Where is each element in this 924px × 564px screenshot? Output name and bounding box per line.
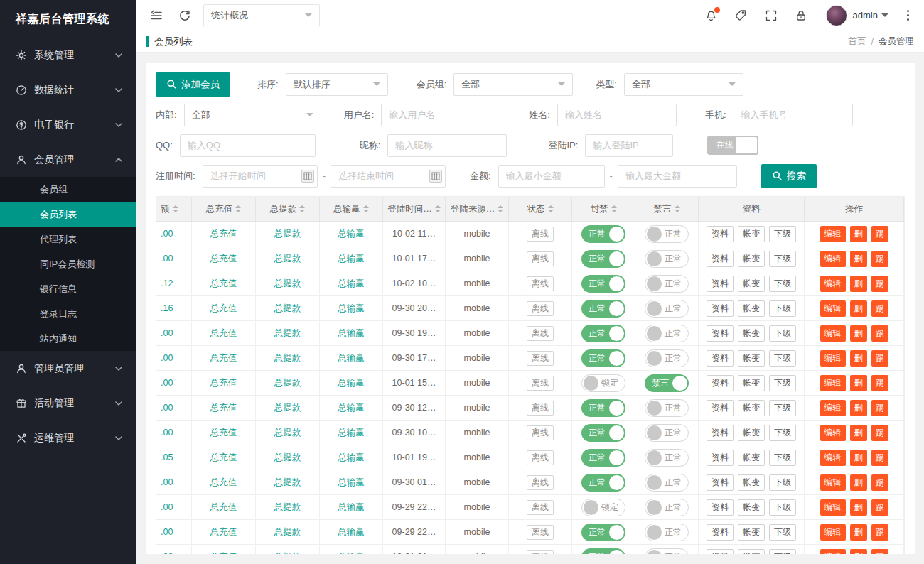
winlose-link[interactable]: 总输赢 [338,377,365,389]
mute-toggle[interactable]: 正常 [645,474,689,492]
subordinate-button[interactable]: 下级 [769,251,796,267]
mute-toggle[interactable]: 正常 [645,499,689,516]
calendar-icon[interactable] [429,170,442,183]
subordinate-button[interactable]: 下级 [769,300,796,317]
kick-button[interactable]: 踢 [871,300,888,317]
ban-toggle[interactable]: 正常 [581,325,625,342]
mute-toggle[interactable]: 正常 [645,250,689,268]
fullscreen-icon[interactable] [762,6,780,25]
profile-button[interactable]: 资料 [707,425,734,441]
recharge-link[interactable]: 总充值 [210,501,237,514]
sort-icon[interactable] [235,202,241,215]
account-change-button[interactable]: 帐变 [738,450,765,466]
withdraw-link[interactable]: 总提款 [274,278,301,290]
profile-button[interactable]: 资料 [707,400,734,416]
account-change-button[interactable]: 帐变 [738,251,765,267]
sort-icon[interactable] [675,202,680,215]
ban-toggle[interactable]: 正常 [581,225,625,243]
qq-input[interactable] [180,134,316,157]
profile-button[interactable]: 资料 [707,450,734,466]
sidebar-subitem-same-ip[interactable]: 同IP会员检测 [0,251,136,276]
delete-button[interactable]: 删 [850,375,867,391]
withdraw-link[interactable]: 总提款 [274,303,301,315]
internal-select[interactable]: 全部 [184,104,321,126]
ban-toggle[interactable]: 正常 [581,449,625,467]
recharge-link[interactable]: 总充值 [210,303,237,315]
winlose-link[interactable]: 总输赢 [338,402,365,414]
end-date-input[interactable] [331,165,446,188]
edit-button[interactable]: 编辑 [820,524,846,541]
account-change-button[interactable]: 帐变 [738,425,765,441]
recharge-link[interactable]: 总充值 [210,377,237,389]
withdraw-link[interactable]: 总提款 [274,327,301,340]
winlose-link[interactable]: 总输赢 [338,228,365,240]
profile-button[interactable]: 资料 [707,375,734,391]
sidebar-item-members[interactable]: 会员管理 [0,142,136,177]
ban-toggle[interactable]: 正常 [581,424,625,442]
edit-button[interactable]: 编辑 [820,300,846,317]
start-date-input[interactable] [203,165,318,188]
account-change-button[interactable]: 帐变 [738,400,765,416]
mute-toggle[interactable]: 正常 [645,225,689,243]
online-filter-toggle[interactable]: 在线 [707,136,758,155]
min-amount-input[interactable] [498,165,605,188]
recharge-link[interactable]: 总充值 [210,526,237,538]
sort-select[interactable]: 默认排序 [286,73,388,96]
sidebar-subitem-site-notice[interactable]: 站内通知 [0,326,136,351]
realname-input[interactable] [557,104,677,126]
nickname-input[interactable] [387,134,507,157]
recharge-link[interactable]: 总充值 [210,228,237,240]
sort-icon[interactable] [299,202,305,215]
delete-button[interactable]: 删 [850,549,867,555]
kick-button[interactable]: 踢 [871,524,888,541]
account-change-button[interactable]: 帐变 [738,300,765,317]
edit-button[interactable]: 编辑 [820,226,846,242]
ban-toggle[interactable]: 正常 [581,474,625,492]
delete-button[interactable]: 删 [850,524,867,541]
subordinate-button[interactable]: 下级 [769,549,796,555]
subordinate-button[interactable]: 下级 [769,524,796,541]
winlose-link[interactable]: 总输赢 [338,253,365,265]
subordinate-button[interactable]: 下级 [769,425,796,441]
delete-button[interactable]: 删 [850,450,867,466]
winlose-link[interactable]: 总输赢 [338,327,365,340]
sidebar-item-statistics[interactable]: 数据统计 [0,72,136,107]
delete-button[interactable]: 删 [850,226,867,242]
sort-icon[interactable] [435,202,441,215]
profile-button[interactable]: 资料 [707,499,734,516]
delete-button[interactable]: 删 [850,325,867,342]
sidebar-subitem-member-group[interactable]: 会员组 [0,177,136,202]
edit-button[interactable]: 编辑 [820,251,846,267]
subordinate-button[interactable]: 下级 [769,375,796,391]
nav-select[interactable]: 统计概况 [203,4,320,26]
recharge-link[interactable]: 总充值 [210,278,237,290]
subordinate-button[interactable]: 下级 [769,450,796,466]
sidebar-subitem-bank-info[interactable]: 银行信息 [0,276,136,301]
winlose-link[interactable]: 总输赢 [338,551,365,555]
account-change-button[interactable]: 帐变 [738,375,765,391]
recharge-link[interactable]: 总充值 [210,452,237,464]
subordinate-button[interactable]: 下级 [769,350,796,367]
kick-button[interactable]: 踢 [871,450,888,466]
kick-button[interactable]: 踢 [871,226,888,242]
ban-toggle[interactable]: 正常 [581,300,625,318]
withdraw-link[interactable]: 总提款 [274,452,301,464]
edit-button[interactable]: 编辑 [820,450,846,466]
profile-button[interactable]: 资料 [707,251,734,267]
subordinate-button[interactable]: 下级 [769,499,796,516]
sidebar-subitem-login-log[interactable]: 登录日志 [0,301,136,326]
profile-button[interactable]: 资料 [707,276,734,292]
edit-button[interactable]: 编辑 [820,549,846,555]
phone-input[interactable] [734,104,853,126]
winlose-link[interactable]: 总输赢 [338,477,365,489]
ban-toggle[interactable]: 锁定 [581,499,625,516]
withdraw-link[interactable]: 总提款 [274,551,301,555]
mute-toggle[interactable]: 正常 [645,349,689,367]
subordinate-button[interactable]: 下级 [769,474,796,491]
ban-toggle[interactable]: 正常 [581,275,625,293]
sidebar-item-ops[interactable]: 运维管理 [0,421,136,455]
ban-toggle[interactable]: 锁定 [581,374,625,392]
avatar[interactable] [826,5,847,26]
subordinate-button[interactable]: 下级 [769,276,796,292]
sort-icon[interactable] [363,202,369,215]
